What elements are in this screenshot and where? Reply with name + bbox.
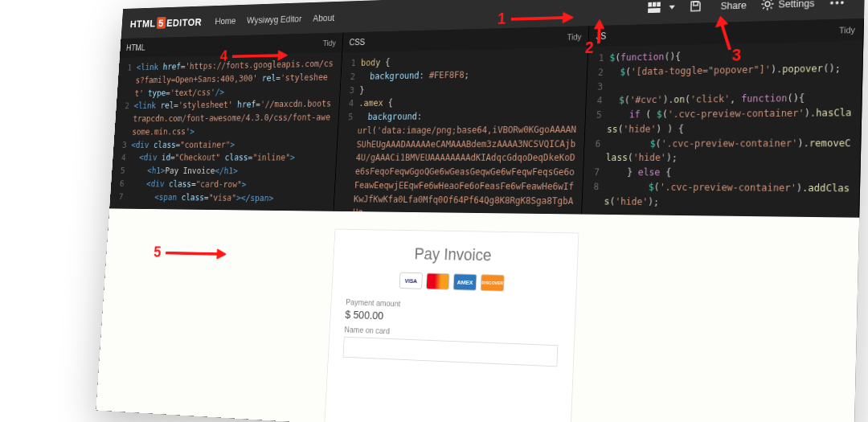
chevron-down-icon [669,5,674,9]
app-window: HTML5EDITOR Home Wysiwyg Editor About Sh… [96,0,865,422]
svg-point-5 [765,2,770,6]
save-button[interactable] [690,0,706,13]
invoice-title: Pay Invoice [348,243,562,267]
tidy-css-button[interactable]: Tidy [567,32,581,42]
card-brands: VISA AMEX DISCOVER [346,271,561,293]
tab-js-label: JS [596,31,607,41]
amex-icon: AMEX [453,273,477,290]
tidy-html-button[interactable]: Tidy [322,39,336,47]
mastercard-icon [426,272,450,289]
brand-pre: HTML [129,17,156,29]
svg-rect-0 [648,2,652,7]
layout-button[interactable] [648,2,675,13]
tab-css-label: CSS [349,37,365,47]
svg-line-12 [771,0,772,1]
settings-label: Settings [778,0,814,10]
svg-rect-3 [648,8,661,13]
svg-rect-4 [693,2,698,6]
nav-about[interactable]: About [313,12,334,23]
js-editor[interactable]: 1$(function(){ 2 $('[data-toggle="popove… [582,41,863,218]
more-button[interactable]: ••• [830,0,845,8]
share-label: Share [720,0,747,11]
nav-wysiwyg[interactable]: Wysiwyg Editor [247,13,302,25]
css-editor[interactable]: 1body {2 background: #FEF8F8;3}4.amex {5… [334,47,588,214]
visa-icon: VISA [399,272,423,289]
svg-line-13 [763,7,764,9]
brand-five: 5 [157,17,166,29]
brand-post: EDITOR [166,15,203,28]
svg-line-11 [771,7,772,9]
tab-html-label: HTML [126,43,145,52]
svg-rect-1 [652,2,656,7]
brand-logo[interactable]: HTML5EDITOR [129,15,202,29]
tidy-js-button[interactable]: Tidy [839,25,855,35]
svg-line-10 [764,0,765,1]
name-input[interactable] [343,337,559,367]
layout-icon [648,2,661,13]
gear-icon [762,0,775,10]
nav-home[interactable]: Home [215,15,236,27]
discover-icon: DISCOVER [481,274,505,292]
save-icon [690,0,702,13]
svg-rect-2 [657,2,661,6]
settings-button[interactable]: Settings [762,0,815,10]
preview-pane: Pay Invoice VISA AMEX DISCOVER Payment a… [96,208,859,422]
share-button[interactable]: Share [720,0,747,11]
invoice-card: Pay Invoice VISA AMEX DISCOVER Payment a… [324,229,579,422]
code-panes: 1<link href='https://fonts.googleapis.co… [109,41,863,218]
html-editor[interactable]: 1<link href='https://fonts.googleapis.co… [109,52,342,211]
